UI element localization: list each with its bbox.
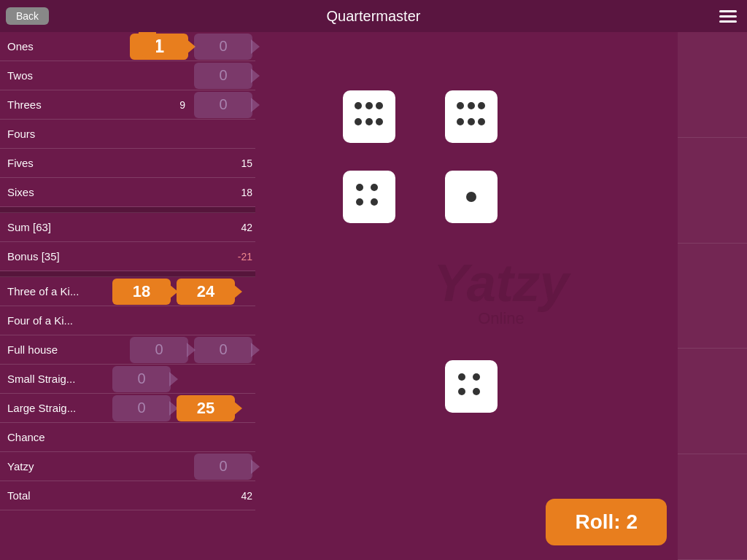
label-fives: Fives	[0, 157, 226, 169]
header-title: Quartermaster	[327, 8, 421, 25]
score-row-fours: Fours	[0, 120, 255, 149]
cell-small-straight-p1[interactable]: 0	[112, 366, 171, 392]
label-ones: Ones	[0, 40, 98, 52]
score-row-sixes: Sixes 18	[0, 178, 255, 207]
divider-2	[0, 271, 255, 277]
cell-twos-p2[interactable]: 0	[194, 63, 252, 89]
cell-full-house-p1[interactable]: 0	[130, 337, 188, 363]
die-2[interactable]	[445, 90, 498, 143]
label-sixes: Sixes	[0, 186, 226, 198]
scorecard: Ones 1 0 Twos 0 Threes 9 0 Fours Fives 1…	[0, 32, 255, 560]
label-twos: Twos	[0, 69, 101, 82]
score-row-twos: Twos 0	[0, 61, 255, 90]
value-sixes: 18	[226, 187, 255, 198]
label-three-kind: Three of a Ki...	[0, 285, 80, 298]
divider-1	[0, 207, 255, 213]
menu-icon[interactable]	[715, 6, 741, 27]
header: Back Quartermaster	[0, 0, 747, 32]
cell-large-straight-p1[interactable]: 0	[112, 395, 171, 421]
cell-ones-p2[interactable]: 0	[194, 34, 252, 60]
right-slot-3	[678, 244, 747, 349]
value-total: 42	[226, 490, 255, 502]
right-panel	[678, 32, 747, 560]
value-sum: 42	[226, 222, 255, 233]
label-chance: Chance	[0, 431, 226, 443]
cell-yatzy-p1[interactable]: 0	[194, 454, 252, 480]
score-row-yatzy: Yatzy 0	[0, 452, 255, 481]
die-1[interactable]	[343, 90, 395, 143]
label-four-kind: Four of a Ki...	[0, 314, 80, 327]
right-slot-5	[678, 454, 747, 560]
cell-three-kind-p2[interactable]: 24	[177, 279, 235, 305]
label-full-house: Full house	[0, 343, 98, 356]
die-5[interactable]	[445, 360, 498, 413]
value-bonus: -21	[226, 251, 255, 262]
label-yatzy: Yatzy	[0, 460, 162, 472]
score-row-chance: Chance	[0, 423, 255, 452]
die-3[interactable]	[343, 171, 395, 223]
cell-three-kind-p1[interactable]: 18	[112, 279, 171, 305]
right-slot-2	[678, 138, 747, 244]
roll-button[interactable]: Roll: 2	[546, 499, 667, 545]
label-threes: Threes	[0, 98, 159, 111]
cell-full-house-p2[interactable]: 0	[194, 337, 252, 363]
right-slot-4	[678, 349, 747, 454]
cell-threes-p2[interactable]: 0	[194, 92, 252, 118]
score-row-large-straight: Large Straig... 0 25	[0, 394, 255, 423]
label-sum: Sum [63]	[0, 221, 226, 233]
score-row-three-kind: Three of a Ki... 18 24	[0, 277, 255, 306]
score-row-four-kind: Four of a Ki...	[0, 306, 255, 335]
yatzy-logo-text: Yatzy	[433, 257, 568, 309]
score-row-bonus: Bonus [35] -21	[0, 242, 255, 271]
score-row-full-house: Full house 0 0	[0, 335, 255, 365]
die-4[interactable]	[445, 171, 498, 223]
back-button[interactable]: Back	[6, 7, 49, 25]
right-slot-1	[678, 32, 747, 138]
value-fives: 15	[226, 158, 255, 169]
score-row-total: Total 42	[0, 481, 255, 510]
label-small-straight: Small Straig...	[0, 373, 80, 385]
yatzy-title-area: Yatzy Online	[433, 257, 568, 328]
score-row-ones: Ones 1 0	[0, 32, 255, 61]
label-total: Total	[0, 489, 226, 502]
game-area: Yatzy Online	[255, 32, 747, 560]
score-row-threes: Threes 9 0	[0, 90, 255, 120]
value-threes: 9	[159, 99, 188, 111]
cell-large-straight-p2[interactable]: 25	[177, 395, 235, 421]
score-row-fives: Fives 15	[0, 149, 255, 178]
label-bonus: Bonus [35]	[0, 250, 226, 262]
score-row-sum: Sum [63] 42	[0, 213, 255, 242]
bookmark-icon	[139, 32, 156, 58]
score-row-small-straight: Small Straig... 0	[0, 365, 255, 394]
label-fours: Fours	[0, 128, 226, 140]
label-large-straight: Large Straig...	[0, 402, 80, 414]
